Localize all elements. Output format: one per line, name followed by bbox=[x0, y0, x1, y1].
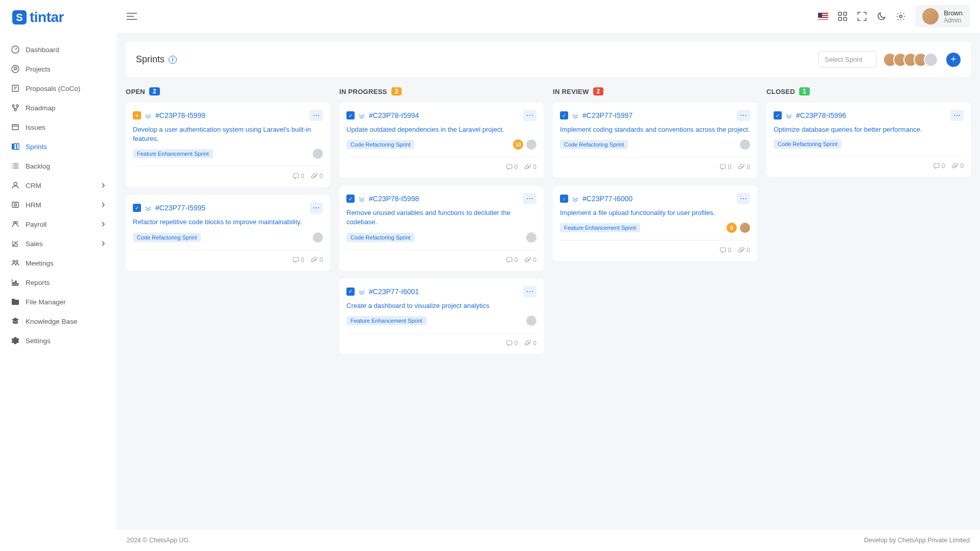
logo-text: tintar bbox=[30, 9, 64, 26]
comments-count: 0 bbox=[293, 173, 305, 180]
column-open: OPEN2 + #C23P78-I5999 ⋯ Develop a user a… bbox=[126, 87, 330, 520]
sidebar-item-file-manager[interactable]: File Manager bbox=[0, 292, 116, 312]
card-menu-button[interactable]: ⋯ bbox=[950, 110, 964, 121]
comments-count: 0 bbox=[506, 163, 518, 171]
comments-count: 0 bbox=[720, 163, 732, 171]
card[interactable]: ✓ #C23P78-I5996 ⋯ Optimize database quer… bbox=[766, 103, 971, 177]
svg-rect-26 bbox=[13, 282, 14, 284]
sidebar-item-meetings[interactable]: Meetings bbox=[0, 253, 116, 273]
card-id: #C23P77-I6001 bbox=[369, 288, 419, 296]
card-description: Develop a user authentication system usi… bbox=[133, 125, 323, 143]
card-menu-button[interactable]: ⋯ bbox=[737, 110, 750, 121]
info-icon[interactable]: i bbox=[169, 56, 177, 64]
svg-rect-38 bbox=[293, 257, 298, 261]
sidebar-item-label: Projects bbox=[26, 65, 51, 73]
add-button[interactable]: + bbox=[946, 53, 961, 67]
crm-icon bbox=[11, 181, 19, 189]
footer-right: Develop by ChetsApp Private Limited bbox=[864, 537, 970, 544]
page-header: Sprints i Select Sprint + bbox=[126, 42, 971, 77]
card-id: #C23P77-I5995 bbox=[155, 204, 205, 212]
sprints-icon bbox=[11, 142, 19, 151]
assignee-avatar[interactable] bbox=[526, 139, 536, 150]
sidebar-item-issues[interactable]: Issues bbox=[0, 117, 116, 137]
card-description: Remove unused variables and functions to… bbox=[346, 208, 536, 227]
sidebar-item-projects[interactable]: Projects bbox=[0, 59, 116, 79]
card[interactable]: ✓ #C23P78-I5994 ⋯ Update outdated depend… bbox=[339, 103, 544, 178]
svg-rect-20 bbox=[12, 202, 18, 207]
card-menu-button[interactable]: ⋯ bbox=[310, 202, 323, 213]
card-menu-button[interactable]: ⋯ bbox=[523, 286, 536, 297]
card[interactable]: ✓ #C23P77-I6001 ⋯ Create a dashboard to … bbox=[339, 279, 544, 354]
sidebar-item-label: Sales bbox=[26, 240, 43, 248]
card-description: Refactor repetitive code blocks to impro… bbox=[133, 218, 323, 227]
sprint-tag: Feature Enhancement Sprint bbox=[133, 149, 213, 158]
card[interactable]: ✓ #C23P77-I5997 ⋯ Implement coding stand… bbox=[553, 103, 757, 178]
priority-icon bbox=[359, 112, 365, 118]
page-title: Sprints bbox=[136, 54, 165, 65]
menu-toggle-icon[interactable] bbox=[127, 12, 137, 20]
sidebar-item-reports[interactable]: Reports bbox=[0, 273, 116, 292]
svg-rect-8 bbox=[12, 125, 18, 130]
gear-icon[interactable] bbox=[896, 11, 906, 21]
sidebar-item-hrm[interactable]: HRM bbox=[0, 195, 116, 214]
column-count-badge: 1 bbox=[799, 87, 810, 95]
svg-rect-40 bbox=[507, 257, 512, 261]
sidebar-item-label: Issues bbox=[26, 124, 45, 131]
issues-icon bbox=[11, 123, 19, 131]
svg-point-1 bbox=[12, 65, 19, 73]
sidebar-item-dashboard[interactable]: Dashboard bbox=[0, 40, 116, 59]
sidebar-item-crm[interactable]: CRM bbox=[0, 176, 116, 195]
svg-rect-2 bbox=[12, 85, 18, 91]
priority-icon bbox=[359, 196, 365, 202]
card-menu-button[interactable]: ⋯ bbox=[310, 110, 323, 121]
sprint-tag: Code Refactoring Sprint bbox=[346, 233, 414, 242]
card-id: #C23P78-I5994 bbox=[369, 111, 419, 119]
proposal-icon bbox=[11, 84, 19, 92]
avatar-stack[interactable] bbox=[883, 53, 938, 67]
sidebar-item-proposals-coco-[interactable]: Proposals (CoCo) bbox=[0, 79, 116, 98]
language-flag-icon[interactable] bbox=[818, 13, 828, 20]
user-menu[interactable]: Brown Admin bbox=[915, 5, 970, 28]
card-menu-button[interactable]: ⋯ bbox=[737, 193, 750, 204]
svg-point-19 bbox=[14, 182, 17, 185]
assignee-avatar[interactable] bbox=[740, 139, 750, 150]
fullscreen-icon[interactable] bbox=[857, 11, 867, 21]
svg-point-6 bbox=[16, 105, 18, 107]
roadmap-icon bbox=[11, 104, 19, 112]
comments-count: 0 bbox=[293, 256, 305, 263]
sidebar-item-roadmap[interactable]: Roadmap bbox=[0, 98, 116, 117]
card-menu-button[interactable]: ⋯ bbox=[523, 193, 536, 204]
sidebar-item-payroll[interactable]: Payroll bbox=[0, 214, 116, 234]
sidebar-item-settings[interactable]: Settings bbox=[0, 331, 116, 350]
logo[interactable]: tintar bbox=[0, 0, 116, 35]
payroll-icon bbox=[11, 220, 19, 228]
card[interactable]: ✓ #C23P78-I5998 ⋯ Remove unused variable… bbox=[339, 186, 544, 270]
card[interactable]: + #C23P78-I5999 ⋯ Develop a user authent… bbox=[126, 103, 330, 187]
grid-icon[interactable] bbox=[837, 11, 848, 21]
priority-icon bbox=[572, 112, 578, 118]
svg-point-24 bbox=[13, 260, 15, 262]
card[interactable]: ✓ #C23P77-I5995 ⋯ Refactor repetitive co… bbox=[126, 195, 330, 270]
sidebar-item-backlog[interactable]: Backlog bbox=[0, 156, 116, 176]
sidebar-item-sprints[interactable]: Sprints bbox=[0, 137, 116, 156]
assignee-avatar[interactable] bbox=[740, 223, 750, 233]
nav: DashboardProjectsProposals (CoCo)Roadmap… bbox=[0, 35, 116, 551]
sidebar-item-sales[interactable]: Sales bbox=[0, 234, 116, 253]
dark-mode-icon[interactable] bbox=[876, 11, 886, 21]
assignee-avatar[interactable] bbox=[313, 149, 323, 159]
attachments-count: 0 bbox=[525, 256, 536, 263]
feat-type-icon: + bbox=[133, 111, 141, 119]
sprint-select[interactable]: Select Sprint bbox=[818, 51, 877, 68]
assignee-avatar[interactable] bbox=[313, 232, 323, 243]
assignee-avatar[interactable] bbox=[526, 232, 536, 243]
hrm-icon bbox=[11, 201, 19, 209]
card[interactable]: ↑ #C23P77-I6000 ⋯ Implement a file uploa… bbox=[553, 186, 757, 261]
svg-rect-44 bbox=[934, 163, 939, 167]
attachments-count: 0 bbox=[311, 256, 323, 263]
avatar bbox=[922, 8, 939, 25]
assignee-avatar[interactable] bbox=[526, 316, 536, 326]
card-description: Create a dashboard to visualize project … bbox=[346, 301, 536, 310]
card-menu-button[interactable]: ⋯ bbox=[523, 110, 536, 121]
card-description: Implement coding standards and conventio… bbox=[560, 125, 750, 134]
sidebar-item-knowledge-base[interactable]: Knowledge Base bbox=[0, 312, 116, 331]
